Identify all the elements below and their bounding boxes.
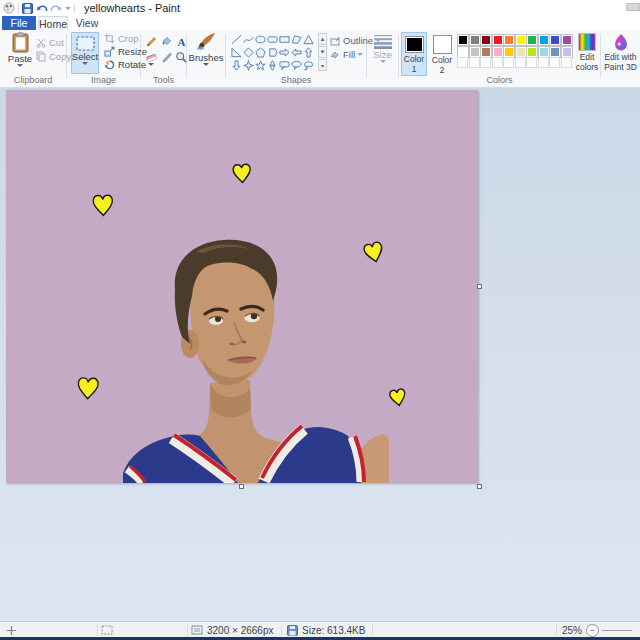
paste-icon: [12, 32, 29, 53]
palette-empty-slot-5[interactable]: [515, 57, 526, 68]
zoom-out-button[interactable]: −: [586, 622, 599, 638]
work-area[interactable]: [0, 88, 640, 621]
palette-color-r1-1[interactable]: [469, 34, 481, 46]
palette-color-r1-2[interactable]: [480, 34, 492, 46]
paint-canvas[interactable]: [6, 90, 478, 483]
palette-color-r1-3[interactable]: [492, 34, 504, 46]
edit-with-paint3d-button[interactable]: Edit with Paint 3D: [603, 33, 638, 73]
redo-button[interactable]: [50, 3, 62, 14]
edit-colors-button[interactable]: Edit colors: [575, 33, 599, 73]
shape-cloud-callout[interactable]: [302, 59, 314, 72]
palette-color-r1-7[interactable]: [538, 34, 550, 46]
image-size-icon: [191, 625, 203, 635]
zoom-level: 25%: [562, 622, 582, 638]
qat-customize-caret[interactable]: [65, 7, 71, 10]
shapes-more-button[interactable]: ▾: [318, 59, 327, 71]
paint3d-group: Edit with Paint 3D: [601, 30, 640, 87]
canvas-resize-handle-corner[interactable]: [477, 484, 482, 489]
palette-empty-slot-4[interactable]: [503, 57, 514, 68]
brushes-button[interactable]: Brushes: [191, 32, 221, 66]
magnifier-tool[interactable]: [174, 50, 188, 65]
brushes-caret[interactable]: [203, 63, 209, 66]
palette-color-r2-2[interactable]: [480, 46, 492, 58]
text-tool[interactable]: A: [174, 34, 188, 49]
palette-color-r1-0[interactable]: [457, 34, 469, 46]
shape-hexagon[interactable]: [266, 46, 278, 59]
shapes-scroll-down[interactable]: ▼: [318, 46, 327, 58]
palette-color-r1-6[interactable]: [526, 34, 538, 46]
palette-color-r2-7[interactable]: [538, 46, 550, 58]
palette-empty-slot-3[interactable]: [492, 57, 503, 68]
tools-group: A Tools: [141, 30, 186, 87]
shape-curve[interactable]: [242, 33, 254, 46]
shape-rounded-rectangle[interactable]: [266, 33, 278, 46]
shape-pentagon[interactable]: [254, 46, 266, 59]
tab-home[interactable]: Home: [38, 16, 68, 30]
palette-color-r1-5[interactable]: [515, 34, 527, 46]
paste-button[interactable]: Paste: [6, 32, 34, 67]
tab-view[interactable]: View: [72, 16, 102, 30]
fill-with-color-tool[interactable]: [159, 34, 173, 49]
pencil-tool[interactable]: [144, 34, 158, 49]
shape-five-point-star[interactable]: [254, 59, 266, 72]
cut-button[interactable]: Cut: [36, 37, 64, 48]
palette-color-r1-4[interactable]: [503, 34, 515, 46]
shape-four-point-star[interactable]: [242, 59, 254, 72]
shape-rectangle[interactable]: [278, 33, 290, 46]
palette-empty-slot-1[interactable]: [469, 57, 480, 68]
shape-oval-callout[interactable]: [290, 59, 302, 72]
shape-right-arrow[interactable]: [278, 46, 290, 59]
fill-button[interactable]: Fill: [330, 49, 363, 60]
shape-oval[interactable]: [254, 33, 266, 46]
selection-size-icon: [101, 625, 113, 635]
palette-color-r2-1[interactable]: [469, 46, 481, 58]
tab-file[interactable]: File: [2, 16, 36, 30]
select-caret[interactable]: [82, 62, 88, 65]
shape-polygon[interactable]: [290, 33, 302, 46]
crop-button[interactable]: Crop: [104, 33, 139, 44]
colors-group: Color 1 Color 2 Edit colors Colors: [399, 30, 600, 87]
palette-color-r2-0[interactable]: [457, 46, 469, 58]
color-picker-tool[interactable]: [159, 50, 173, 65]
color2-button[interactable]: Color 2: [429, 32, 455, 76]
eraser-tool[interactable]: [144, 50, 158, 65]
palette-empty-slot-8[interactable]: [549, 57, 560, 68]
palette-empty-slot-0[interactable]: [457, 57, 468, 68]
shape-line[interactable]: [230, 33, 242, 46]
canvas-resize-handle-right[interactable]: [477, 284, 482, 289]
copy-icon: [36, 51, 46, 62]
shape-diamond[interactable]: [242, 46, 254, 59]
undo-button[interactable]: [36, 3, 48, 14]
palette-color-r2-8[interactable]: [549, 46, 561, 58]
copy-button[interactable]: Copy: [36, 51, 71, 62]
shapes-scroll-up[interactable]: ▲: [318, 33, 327, 45]
shape-down-arrow[interactable]: [230, 59, 242, 72]
palette-empty-slot-9[interactable]: [561, 57, 572, 68]
fill-caret[interactable]: [357, 53, 363, 56]
shape-six-point-star[interactable]: [266, 59, 278, 72]
palette-color-r2-4[interactable]: [503, 46, 515, 58]
palette-empty-slot-6[interactable]: [526, 57, 537, 68]
select-button[interactable]: Select: [71, 32, 99, 74]
size-caret[interactable]: [380, 60, 386, 63]
paint3d-icon: [613, 33, 629, 51]
shape-up-arrow[interactable]: [302, 46, 314, 59]
color1-button[interactable]: Color 1: [401, 32, 427, 76]
palette-empty-slot-7[interactable]: [538, 57, 549, 68]
palette-color-r1-9[interactable]: [561, 34, 573, 46]
palette-color-r2-9[interactable]: [561, 46, 573, 58]
shape-triangle[interactable]: [302, 33, 314, 46]
save-button[interactable]: [22, 3, 33, 14]
canvas-resize-handle-bottom[interactable]: [239, 484, 244, 489]
palette-color-r2-3[interactable]: [492, 46, 504, 58]
palette-color-r2-6[interactable]: [526, 46, 538, 58]
zoom-slider[interactable]: [602, 622, 632, 638]
shape-rounded-callout[interactable]: [278, 59, 290, 72]
shape-left-arrow[interactable]: [290, 46, 302, 59]
paste-caret[interactable]: [17, 64, 23, 67]
palette-empty-slot-2[interactable]: [480, 57, 491, 68]
size-button[interactable]: Size: [369, 34, 396, 63]
palette-color-r1-8[interactable]: [549, 34, 561, 46]
shape-right-triangle[interactable]: [230, 46, 242, 59]
palette-color-r2-5[interactable]: [515, 46, 527, 58]
